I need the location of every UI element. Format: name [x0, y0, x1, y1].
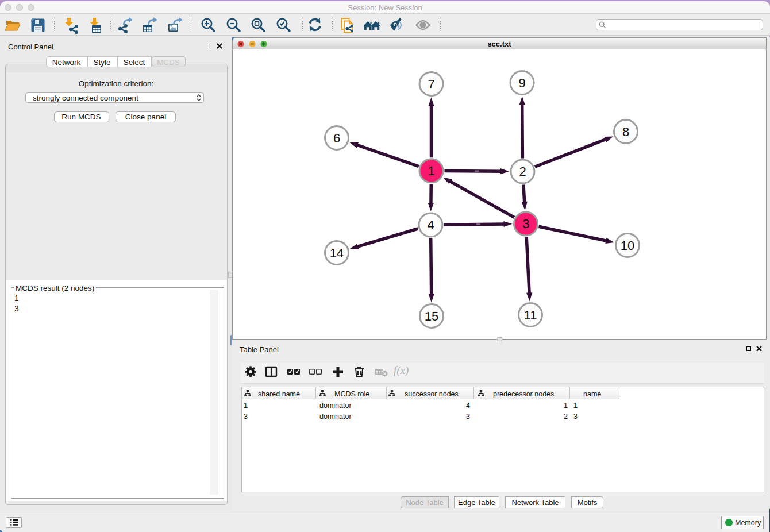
- svg-text:14: 14: [330, 246, 344, 260]
- svg-text:2: 2: [519, 164, 526, 179]
- svg-text:7: 7: [428, 77, 434, 91]
- svg-text:9: 9: [518, 76, 525, 90]
- svg-text:11: 11: [524, 308, 537, 322]
- svg-text:1: 1: [428, 164, 434, 178]
- svg-text:3: 3: [522, 217, 529, 231]
- svg-text:8: 8: [622, 125, 629, 139]
- svg-text:10: 10: [621, 238, 634, 253]
- svg-text:6: 6: [333, 131, 340, 145]
- svg-text:4: 4: [427, 218, 434, 232]
- svg-text:15: 15: [425, 309, 438, 323]
